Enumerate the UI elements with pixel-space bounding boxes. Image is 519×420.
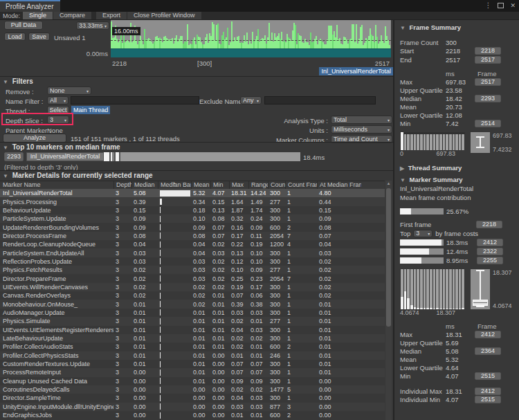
column-header-max[interactable]: Max	[229, 181, 248, 189]
column-header-mean[interactable]: Mean	[191, 181, 210, 189]
load-button[interactable]: Load	[4, 33, 26, 41]
top-count-dropdown[interactable]: 3 ▾	[413, 230, 432, 237]
table-cell: 300	[268, 301, 285, 308]
depth-slice-dropdown[interactable]: 3 ▾	[47, 116, 69, 124]
table-row[interactable]: UpdateRendererBoundingVolumes30.090.090.…	[0, 223, 385, 231]
marker-summary-header[interactable]: ▼ Marker Summary	[400, 175, 516, 184]
column-header-min[interactable]: Min	[210, 181, 229, 189]
table-row[interactable]: Profiler.CollectPhysicsStats30.010.010.0…	[0, 351, 385, 360]
table-row[interactable]: Canvas.RenderOverlays30.020.020.010.070.…	[0, 291, 385, 300]
table-cell: 0.01	[317, 335, 361, 342]
table-row[interactable]: UIEvents.UIElementsRegisterRenderers30.0…	[0, 326, 385, 334]
frame-summary-header[interactable]: ▼ Frame Summary	[400, 23, 516, 32]
units-dropdown[interactable]: Milliseconds ▾	[331, 125, 392, 134]
column-header-range[interactable]: Range	[248, 181, 268, 189]
goto-frame-button[interactable]: 2364	[475, 347, 501, 355]
top10-frame-button[interactable]: 2293	[4, 152, 24, 161]
pull-data-button[interactable]: Pull Data	[4, 21, 43, 30]
goto-frame-button[interactable]: 2515	[475, 372, 501, 380]
marker-details-header[interactable]: ▼ Marker Details for currently selected …	[3, 172, 153, 179]
profile-analyzer-window: Profile Analyzer ⋮ ✕ Mode: Single Compar…	[0, 0, 519, 420]
maximize-icon[interactable]	[498, 3, 504, 8]
thread-select-button[interactable]: Select	[47, 106, 69, 114]
table-row[interactable]: ProcessRemoteInput30.000.010.000.070.073…	[0, 368, 385, 376]
table-row[interactable]: EndGraphicsJobs30.000.000.000.010.016002…	[0, 411, 385, 419]
goto-frame-button[interactable]: 2412	[475, 331, 501, 338]
top10-marker-bar[interactable]: Inl_UniversalRenderTotal	[26, 152, 300, 161]
scroll-up-icon[interactable]: ▲	[385, 181, 392, 187]
goto-frame-button[interactable]: 2517	[475, 56, 501, 64]
table-row[interactable]: CoroutinesDelayedCalls30.000.000.000.020…	[0, 385, 385, 394]
exclude-names-mode-dropdown[interactable]: Any ▾	[240, 96, 262, 104]
table-row[interactable]: Cleanup Unused Cached Data30.000.010.000…	[0, 377, 385, 385]
table-row[interactable]: Profiler.CollectAudioStats30.010.010.010…	[0, 343, 385, 351]
name-filter-mode-dropdown[interactable]: All ▾	[47, 96, 69, 104]
column-header-count[interactable]: Count	[268, 181, 285, 189]
table-row[interactable]: Monobehaviour.OnMouse_30.010.020.010.390…	[0, 300, 385, 308]
table-row[interactable]: LateBehaviourUpdate30.010.010.010.020.02…	[0, 334, 385, 343]
goto-frame-button[interactable]: 2412	[477, 239, 503, 246]
stat-label: Mean	[400, 103, 446, 111]
close-icon[interactable]: ✕	[510, 2, 516, 9]
goto-frame-button[interactable]: 2322	[477, 248, 503, 255]
thread-summary-header[interactable]: ▶ Thread Summary	[400, 163, 516, 172]
table-cell: 3	[113, 199, 131, 206]
table-row[interactable]: Physics.Processing30.390.340.151.641.492…	[0, 197, 385, 206]
table-row[interactable]: UnityEngine.InputModule.dll!UnityEngineI…	[0, 403, 385, 411]
table-row[interactable]: Physics.FetchResults30.020.030.020.100.0…	[0, 266, 385, 274]
goto-frame-button[interactable]: 2515	[475, 396, 501, 403]
mode-compare-button[interactable]: Compare	[53, 12, 91, 19]
filters-header[interactable]: ▼ Filters	[3, 77, 33, 85]
table-row[interactable]: BehaviourUpdate30.150.180.131.871.743001…	[0, 206, 385, 214]
marker-histogram[interactable]	[400, 269, 465, 309]
frame-range-dropdown[interactable]: 33.33ms ▾	[76, 21, 109, 30]
goto-frame-button[interactable]: 2293	[475, 95, 501, 102]
column-header-depth[interactable]: Depth	[113, 181, 131, 189]
goto-frame-button[interactable]: 2255	[477, 257, 503, 264]
name-filter-input[interactable]	[71, 96, 199, 104]
table-cell: 0.13	[229, 250, 248, 257]
frame-time-chart[interactable]: 16.00ms	[111, 20, 391, 57]
table-row[interactable]: ParticleSystem.EndUpdateAll30.030.040.03…	[0, 248, 385, 257]
tab-profile-analyzer[interactable]: Profile Analyzer	[0, 0, 60, 12]
table-row[interactable]: Director.PrepareFrame30.020.030.020.250.…	[0, 274, 385, 282]
top10-marker-segment[interactable]: Inl_UniversalRenderTotal	[26, 152, 104, 161]
goto-frame-button[interactable]: 2218	[475, 47, 501, 55]
table-row[interactable]: Director.ProcessFrame30.080.080.070.170.…	[0, 232, 385, 240]
goto-frame-button[interactable]: 2517	[475, 78, 501, 86]
table-row[interactable]: Inl_UniversalRenderTotal35.085.324.0718.…	[0, 189, 385, 197]
menu-icon[interactable]: ⋮	[484, 1, 491, 10]
column-header-at-median-frame[interactable]: At Median Frame	[317, 181, 361, 189]
table-row[interactable]: ReflectionProbes.Update30.030.030.020.12…	[0, 257, 385, 266]
table-scrollbar[interactable]: ▲	[385, 181, 392, 420]
goto-frame-button[interactable]: 2412	[475, 387, 501, 395]
table-row[interactable]: Physics.Simulate30.010.010.010.020.01277…	[0, 317, 385, 325]
contribution-row: 25.67%	[400, 208, 516, 216]
exclude-names-input[interactable]	[264, 96, 376, 104]
column-header-count-frame[interactable]: Count Frame	[285, 181, 317, 189]
analysis-type-dropdown[interactable]: Total ▾	[331, 116, 392, 124]
export-button[interactable]: Export	[96, 12, 127, 19]
frame-histogram[interactable]	[400, 132, 465, 150]
close-profiler-window-button[interactable]: Close Profiler Window	[127, 12, 201, 19]
scrollbar-thumb[interactable]	[386, 188, 391, 327]
top10-header[interactable]: ▼ Top 10 markers on median frame	[3, 143, 120, 151]
column-header-marker-name[interactable]: Marker Name	[0, 181, 113, 189]
selected-marker-chip[interactable]: Inl_UniversalRenderTotal	[319, 67, 393, 75]
table-row[interactable]: UIEvents.WillRenderCanvases30.020.020.02…	[0, 283, 385, 291]
units-value: Milliseconds	[334, 126, 386, 133]
column-header-median-bar[interactable]: Median Bar▴	[158, 181, 191, 189]
table-cell: 0.01	[191, 327, 210, 334]
remove-dropdown[interactable]: None ▾	[47, 86, 91, 95]
save-button[interactable]: Save	[28, 33, 50, 41]
frame-summary-title: Frame Summary	[410, 24, 461, 31]
table-row[interactable]: RenderLoop.CleanupNodeQueue30.040.040.02…	[0, 240, 385, 248]
goto-frame-button[interactable]: 2514	[475, 120, 501, 127]
column-header-median[interactable]: Median	[131, 181, 158, 189]
table-row[interactable]: CustomRenderTextures.Update30.010.010.00…	[0, 360, 385, 368]
mode-single-button[interactable]: Single	[23, 12, 53, 19]
first-frame-button[interactable]: 2218	[476, 221, 502, 228]
table-row[interactable]: ParticleSystem.Update30.090.100.080.320.…	[0, 214, 385, 223]
table-row[interactable]: Director.SampleTime30.000.000.000.040.03…	[0, 394, 385, 402]
table-row[interactable]: AudioManager.Update30.010.010.010.030.03…	[0, 309, 385, 317]
